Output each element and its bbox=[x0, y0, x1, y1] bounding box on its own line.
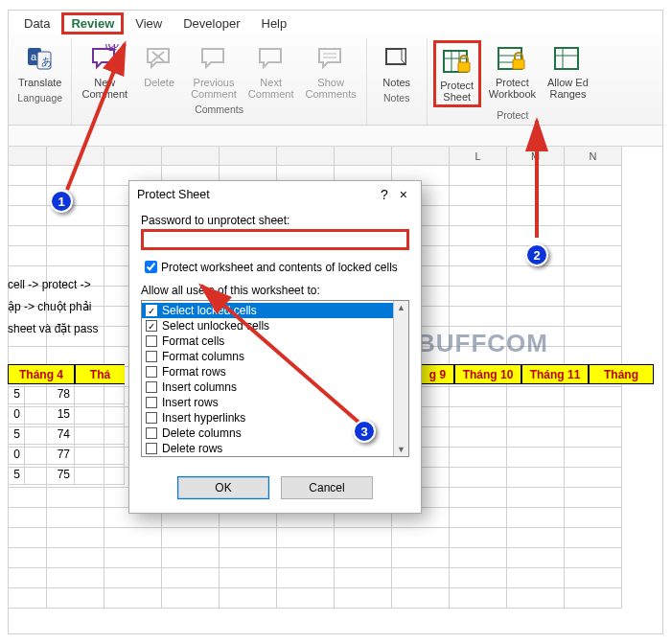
permission-label: Delete rows bbox=[162, 442, 222, 455]
cell[interactable]: 75 bbox=[25, 465, 75, 485]
callout-1: 1 bbox=[50, 190, 73, 213]
cell[interactable]: 78 bbox=[25, 384, 75, 404]
scroll-up-icon[interactable]: ▲ bbox=[397, 301, 405, 314]
svg-text:あ: あ bbox=[41, 56, 52, 67]
protect-contents-checkbox[interactable]: Protect worksheet and contents of locked… bbox=[141, 258, 409, 276]
group-comments-label: Comments bbox=[195, 104, 243, 117]
cell[interactable] bbox=[75, 404, 125, 425]
translate-icon: aあ bbox=[26, 42, 55, 75]
protect-sheet-dialog: Protect Sheet ? × Password to unprotect … bbox=[128, 180, 422, 514]
group-language-label: Language bbox=[17, 92, 62, 105]
col-L[interactable]: L bbox=[450, 147, 507, 166]
permission-item[interactable]: Insert columns bbox=[142, 380, 408, 395]
password-label: Password to unprotect sheet: bbox=[141, 214, 409, 227]
tab-view[interactable]: View bbox=[126, 12, 172, 34]
notes-button[interactable]: Notes bbox=[373, 40, 421, 90]
col-header: g 9 bbox=[422, 364, 454, 384]
notes-icon bbox=[382, 42, 411, 75]
dialog-help-button[interactable]: ? bbox=[375, 187, 394, 202]
col-M[interactable]: M bbox=[507, 147, 565, 166]
protect-workbook-button[interactable]: Protect Workbook bbox=[485, 40, 540, 102]
cell[interactable] bbox=[75, 384, 125, 404]
svg-rect-20 bbox=[555, 48, 578, 69]
cell[interactable] bbox=[75, 445, 125, 465]
permission-item[interactable]: ✓Select unlocked cells bbox=[142, 318, 408, 334]
cell[interactable]: 0 bbox=[8, 404, 25, 425]
tab-developer[interactable]: Developer bbox=[174, 12, 249, 34]
text-fragment: ập -> chuột phải bbox=[8, 300, 91, 313]
checkbox-icon[interactable] bbox=[146, 366, 157, 378]
prev-comment-icon bbox=[199, 42, 228, 75]
permission-label: Insert rows bbox=[162, 396, 219, 409]
checkbox-icon[interactable] bbox=[146, 412, 157, 424]
svg-text:@: @ bbox=[104, 44, 119, 52]
protect-sheet-icon bbox=[442, 45, 473, 78]
tab-review[interactable]: Review bbox=[61, 12, 124, 34]
permission-label: Delete columns bbox=[162, 426, 242, 440]
callout-2: 2 bbox=[525, 243, 548, 266]
delete-comment-button[interactable]: Delete bbox=[135, 40, 183, 90]
protect-sheet-button[interactable]: Protect Sheet bbox=[433, 40, 481, 107]
cell[interactable]: 74 bbox=[25, 425, 75, 445]
next-comment-button[interactable]: Next Comment bbox=[244, 40, 298, 102]
permission-item[interactable]: Insert rows bbox=[142, 395, 408, 410]
cell[interactable]: 15 bbox=[25, 404, 75, 425]
checkbox-icon[interactable]: ✓ bbox=[146, 305, 157, 316]
cell[interactable]: 0 bbox=[8, 445, 25, 465]
delete-comment-icon bbox=[145, 42, 174, 75]
dialog-close-button[interactable]: × bbox=[394, 187, 413, 202]
checkbox-icon[interactable] bbox=[146, 335, 157, 347]
permission-item[interactable]: Format columns bbox=[142, 349, 408, 364]
cell[interactable]: 5 bbox=[8, 384, 25, 404]
allow-edit-button[interactable]: Allow Ed Ranges bbox=[544, 40, 592, 102]
permission-item[interactable]: ✓Select locked cells bbox=[142, 303, 408, 318]
dialog-title: Protect Sheet bbox=[137, 188, 210, 201]
group-protect-label: Protect bbox=[497, 109, 528, 123]
permission-label: Insert columns bbox=[162, 380, 237, 394]
translate-button[interactable]: aあ Translate bbox=[14, 40, 65, 90]
cell[interactable]: 5 bbox=[8, 465, 25, 485]
permission-label: Format columns bbox=[162, 350, 244, 363]
col-header: Thá bbox=[75, 364, 125, 384]
permission-item[interactable]: Format cells bbox=[142, 334, 408, 349]
new-comment-icon: @ bbox=[90, 42, 119, 75]
cell[interactable] bbox=[75, 425, 125, 445]
prev-comment-button[interactable]: Previous Comment bbox=[187, 40, 241, 102]
new-comment-button[interactable]: @ New Comment bbox=[78, 40, 131, 102]
ok-button[interactable]: OK bbox=[177, 476, 269, 499]
tab-data[interactable]: Data bbox=[14, 12, 59, 34]
next-comment-icon bbox=[257, 42, 286, 75]
callout-3: 3 bbox=[353, 420, 376, 443]
cell[interactable]: 77 bbox=[25, 445, 75, 465]
cell[interactable] bbox=[75, 465, 125, 485]
tab-help[interactable]: Help bbox=[252, 12, 297, 34]
ribbon: aあ Translate Language @ New Comment Dele… bbox=[9, 34, 662, 126]
show-comments-icon bbox=[316, 42, 345, 75]
checkbox-icon[interactable]: ✓ bbox=[146, 320, 157, 332]
text-fragment: cell -> protect -> bbox=[8, 278, 91, 291]
permission-label: Format cells bbox=[162, 334, 224, 348]
scrollbar[interactable]: ▲ ▼ bbox=[393, 301, 408, 456]
col-header: Tháng 11 bbox=[521, 364, 589, 384]
ribbon-tabs: Data Review View Developer Help bbox=[9, 11, 662, 34]
cancel-button[interactable]: Cancel bbox=[281, 476, 373, 499]
checkbox-icon[interactable] bbox=[146, 397, 157, 408]
permission-item[interactable]: Format rows bbox=[142, 364, 408, 380]
password-input[interactable] bbox=[141, 229, 409, 250]
permission-label: Select locked cells bbox=[162, 304, 257, 317]
checkbox-icon[interactable] bbox=[146, 427, 157, 439]
scroll-down-icon[interactable]: ▼ bbox=[397, 443, 405, 456]
show-comments-button[interactable]: Show Comments bbox=[302, 40, 360, 102]
permission-item[interactable]: Delete rows bbox=[142, 441, 408, 456]
cell[interactable]: 5 bbox=[8, 425, 25, 445]
col-N[interactable]: N bbox=[565, 147, 622, 166]
formula-bar[interactable] bbox=[9, 126, 662, 147]
checkbox-icon[interactable] bbox=[146, 443, 157, 454]
protect-contents-cb[interactable] bbox=[145, 261, 157, 273]
checkbox-icon[interactable] bbox=[146, 351, 157, 362]
checkbox-icon[interactable] bbox=[146, 381, 157, 393]
text-fragment: sheet và đặt pass bbox=[8, 322, 98, 335]
col-header: Tháng 10 bbox=[454, 364, 521, 384]
col-header: Tháng bbox=[589, 364, 654, 384]
permission-label: Insert hyperlinks bbox=[162, 411, 245, 425]
